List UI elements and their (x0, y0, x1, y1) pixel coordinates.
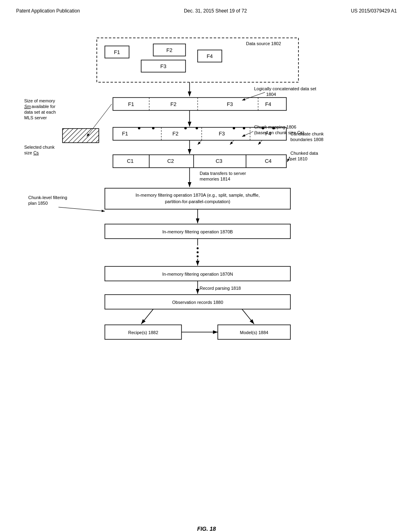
header-right: US 2015/0379429 A1 (351, 8, 397, 14)
inmem-1870n-label: In-memory filtering operation 1870N (162, 272, 233, 276)
svg-line-29 (258, 140, 262, 145)
svg-point-20 (196, 127, 198, 129)
chunked-data-label: Chunked data (290, 151, 318, 156)
memories-label: memories 1814 (200, 177, 230, 181)
inmem-1870a-label: In-memory filtering operation 1870A (e.g… (136, 193, 260, 197)
svg-rect-12 (63, 129, 99, 143)
svg-line-31 (287, 157, 290, 162)
sm-label: Sm (24, 104, 31, 109)
svg-line-28 (230, 140, 234, 145)
c4-label: C4 (265, 158, 272, 164)
c1-label: C1 (127, 158, 134, 164)
lc-ref: 1804 (266, 92, 276, 97)
set-1810-label: set 1810 (290, 156, 307, 161)
obs-records-label: Observation records 1880 (172, 300, 223, 305)
svg-point-19 (184, 127, 187, 129)
f3-label: F3 (160, 63, 166, 69)
plan-1850-label: plan 1850 (28, 201, 48, 206)
size-cs-label: size Cs (24, 150, 39, 155)
size-memory-label: Size of memory (24, 98, 55, 103)
svg-point-16 (138, 127, 140, 129)
svg-point-43 (197, 247, 199, 249)
svg-line-27 (198, 140, 202, 145)
svg-point-22 (233, 127, 235, 129)
data-source-label: Data source 1802 (246, 41, 281, 46)
f4c-label: F4 (265, 131, 271, 137)
svg-point-26 (272, 127, 275, 129)
f2b-label: F2 (170, 101, 176, 107)
fig-caption-text: FIG. 18 (197, 526, 216, 532)
recipes-label: Recipe(s) 1882 (128, 330, 159, 335)
svg-rect-39 (105, 188, 290, 209)
header-center: Dec. 31, 2015 Sheet 19 of 72 (184, 8, 247, 14)
diagram-container: F1 F2 F3 F4 Data source 1802 Logically c… (16, 26, 397, 522)
svg-line-14 (242, 131, 253, 137)
f3b-label: F3 (227, 101, 233, 107)
svg-point-23 (243, 127, 245, 129)
c3-label: C3 (216, 158, 223, 164)
f1b-label: F1 (128, 101, 134, 107)
svg-line-38 (58, 207, 105, 211)
page: Patent Application Publication Dec. 31, … (0, 0, 413, 532)
mls-server-label: MLS server (24, 115, 47, 120)
svg-line-50 (141, 309, 153, 324)
figure-caption: FIG. 18 (16, 526, 397, 532)
logically-concat-label: Logically concatenated data set (254, 86, 316, 91)
svg-point-17 (152, 127, 154, 129)
selected-chunk-label: Selected chunk (24, 145, 55, 150)
f3c-label: F3 (219, 131, 225, 137)
header-left: Patent Application Publication (16, 8, 80, 14)
f4-label: F4 (206, 53, 213, 59)
svg-line-51 (242, 309, 254, 324)
page-header: Patent Application Publication Dec. 31, … (16, 8, 397, 14)
candidate-chunk-label: Candidate chunk (290, 131, 324, 136)
fig18-diagram: F1 F2 F3 F4 Data source 1802 Logically c… (16, 26, 403, 522)
svg-point-44 (197, 251, 199, 254)
inmem-1870b-label: In-memory filtering operation 1870B (163, 229, 233, 234)
f1-label: F1 (114, 49, 120, 55)
chunk-filter-label: Chunk-level filtering (28, 195, 67, 200)
sm-avail-label: available for (31, 104, 56, 109)
svg-line-6 (242, 92, 265, 100)
data-transfers-label: Data transfers to server (200, 171, 246, 176)
svg-rect-7 (113, 98, 286, 110)
svg-point-45 (197, 256, 199, 258)
svg-rect-33 (113, 155, 286, 168)
models-label: Model(s) 1884 (240, 330, 268, 335)
svg-point-25 (262, 127, 264, 129)
c2-label: C2 (167, 158, 174, 164)
f1c-label: F1 (122, 131, 128, 137)
record-parsing-label: Record parsing 1818 (200, 286, 241, 291)
f2-label: F2 (166, 47, 172, 53)
dataset-each-label: data set at each (24, 110, 56, 114)
f2c-label: F2 (172, 131, 178, 137)
f4b-label: F4 (265, 101, 271, 107)
inmem-1870a-label2: partition-for-parallel-computation) (165, 199, 230, 204)
chunk-mapping-label: Chunk mapping 1806 (254, 125, 296, 129)
boundaries-label: boundaries 1808 (290, 137, 323, 142)
